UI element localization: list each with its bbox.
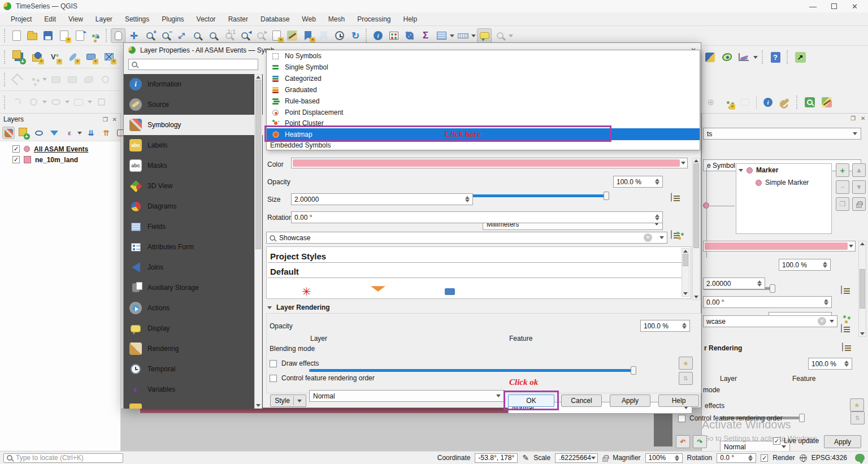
panel-apply-button[interactable]: Apply: [824, 435, 861, 448]
menu-web[interactable]: Web: [296, 15, 322, 23]
measure-dropdown-icon[interactable]: [471, 34, 476, 37]
magnifier-value[interactable]: 100%: [645, 453, 683, 463]
menu-processing[interactable]: Processing: [351, 15, 397, 23]
processing-toolbox-icon[interactable]: [402, 28, 417, 43]
sidebar-item-variables[interactable]: εVariables: [124, 379, 263, 400]
new-project-icon[interactable]: [9, 28, 24, 43]
sidebar-item-joins[interactable]: Joins: [124, 257, 263, 277]
temporal-controller-icon[interactable]: [332, 28, 347, 43]
zoom-full-icon[interactable]: ⤢: [174, 28, 189, 43]
statistical-summary-icon[interactable]: [387, 28, 401, 43]
menu-project[interactable]: Project: [5, 15, 38, 23]
renderer-option-point-displacement[interactable]: Point Displacement: [267, 107, 700, 118]
layer-rendering-collapse-icon[interactable]: [267, 306, 272, 309]
show-bookmarks-icon[interactable]: [285, 28, 300, 43]
close-button[interactable]: ✕: [852, 2, 858, 11]
sidebar-item-actions[interactable]: Actions: [124, 298, 263, 318]
plugin-info-icon[interactable]: i: [761, 95, 775, 110]
style-preview-chevron[interactable]: [371, 286, 385, 297]
epsg-label[interactable]: EPSG:4326: [811, 454, 847, 462]
lock-color-button[interactable]: [852, 197, 866, 211]
filter-expression-dropdown-icon[interactable]: [77, 132, 82, 135]
sidebar-item-masks[interactable]: abcMasks: [124, 155, 263, 176]
zoom-in-icon[interactable]: +: [142, 28, 157, 43]
panel-opacity-override-icon[interactable]: [841, 285, 842, 294]
layer-checkbox[interactable]: ✓: [12, 145, 20, 153]
style-list-scrollbar[interactable]: [682, 248, 689, 297]
menu-database[interactable]: Database: [254, 15, 296, 23]
sidebar-item-3d-view[interactable]: 3D View: [124, 176, 263, 196]
new-geopackage-layer-icon[interactable]: ✶: [29, 50, 44, 64]
redo-style-button[interactable]: ↷: [693, 435, 707, 448]
add-symbol-layer-button[interactable]: +: [836, 163, 849, 177]
sidebar-item-fields[interactable]: Fields: [124, 216, 263, 237]
profile-tool-icon[interactable]: [736, 50, 751, 64]
style-button[interactable]: Style: [270, 394, 306, 407]
new-mesh-layer-icon[interactable]: ✶: [84, 50, 98, 64]
lr-opacity-slider[interactable]: [309, 369, 636, 372]
panel-scrollbar[interactable]: [858, 241, 866, 337]
pan-to-selection-icon[interactable]: ✛: [127, 28, 141, 43]
help-contents-icon[interactable]: ?: [768, 50, 783, 64]
sidebar-item-source[interactable]: Source: [124, 94, 263, 115]
sidebar-item-display[interactable]: Display: [124, 318, 263, 339]
map-canvas[interactable]: [121, 408, 701, 451]
measure-icon[interactable]: [455, 28, 470, 43]
expand-all-icon[interactable]: ⇊: [85, 127, 97, 139]
symbol-tree-simple-marker-row[interactable]: Simple Marker: [736, 176, 831, 189]
sidebar-item-rendering[interactable]: Rendering: [124, 339, 263, 359]
opacity-value[interactable]: 100.0 %: [613, 176, 663, 188]
panel-close-icon[interactable]: ✕: [861, 115, 865, 122]
panel-style-manager-icon[interactable]: [843, 315, 853, 326]
contour-plugin-icon[interactable]: [719, 50, 734, 64]
panel-style-search[interactable]: wcase ✕: [703, 315, 837, 327]
maximize-button[interactable]: [831, 3, 837, 9]
scale-combo[interactable]: .62225664: [555, 453, 598, 463]
tree-expand-icon[interactable]: [739, 169, 743, 172]
new-virtual-layer-icon[interactable]: ✶: [102, 50, 116, 64]
osm-place-search-icon[interactable]: [802, 95, 817, 110]
rotation-value[interactable]: 0.0 °: [717, 453, 756, 463]
menu-view[interactable]: View: [62, 15, 89, 23]
style-manager-icon[interactable]: a: [88, 28, 103, 43]
map-tips-icon[interactable]: [477, 28, 492, 43]
filter-expression-icon[interactable]: ε: [63, 127, 76, 139]
menu-raster[interactable]: Raster: [222, 15, 254, 23]
sidebar-item-auxiliary-storage[interactable]: Auxiliary Storage: [124, 277, 263, 298]
locator-input[interactable]: Type to locate (Ctrl+K): [3, 453, 123, 463]
content-scrollbar[interactable]: [692, 158, 700, 300]
color-bar[interactable]: [291, 158, 688, 168]
move-up-button[interactable]: ▲: [852, 163, 866, 177]
panel-layer-combo[interactable]: ts: [703, 128, 861, 140]
sidebar-item-labels[interactable]: abcLabels: [124, 135, 263, 155]
zoom-out-icon[interactable]: −: [158, 28, 173, 43]
style-preview-square[interactable]: [445, 288, 455, 295]
panel-rotation-override-icon[interactable]: [842, 342, 843, 352]
new-3d-map-view-icon[interactable]: [316, 28, 331, 43]
apply-button[interactable]: Apply: [610, 394, 650, 407]
pan-map-icon[interactable]: [111, 28, 125, 43]
menu-plugins[interactable]: Plugins: [155, 15, 190, 23]
renderer-option-graduated[interactable]: Graduated: [267, 84, 700, 96]
menu-help[interactable]: Help: [397, 15, 424, 23]
layer-styling-icon[interactable]: [2, 127, 15, 139]
identify-features-icon[interactable]: i: [371, 28, 385, 43]
panel-color-bar[interactable]: [703, 241, 856, 251]
panel-size-override-icon[interactable]: [841, 324, 842, 333]
control-order-checkbox[interactable]: [270, 375, 277, 382]
new-bookmark-icon[interactable]: ✶: [269, 28, 284, 43]
menu-vector[interactable]: Vector: [190, 15, 222, 23]
render-checkbox[interactable]: ✓: [761, 454, 768, 462]
style-manager-icon[interactable]: [676, 232, 679, 235]
layout-manager-icon[interactable]: ⌁: [72, 28, 87, 43]
help-button[interactable]: Help: [658, 394, 699, 407]
lr-opacity-value[interactable]: 100.0 %: [640, 320, 690, 332]
sidebar-item-symbology[interactable]: Symbology: [124, 115, 263, 135]
style-search-input[interactable]: Showcase ✕: [266, 232, 667, 244]
renderer-option-no-symbols[interactable]: No Symbols: [267, 50, 700, 62]
sidebar-item-information[interactable]: iInformation: [124, 74, 263, 94]
plugin-settings-icon[interactable]: [778, 95, 792, 110]
zoom-last-icon[interactable]: ◂: [237, 28, 252, 43]
renderer-option-single-symbol[interactable]: Single Symbol: [267, 62, 700, 73]
minimize-button[interactable]: —: [809, 2, 817, 11]
